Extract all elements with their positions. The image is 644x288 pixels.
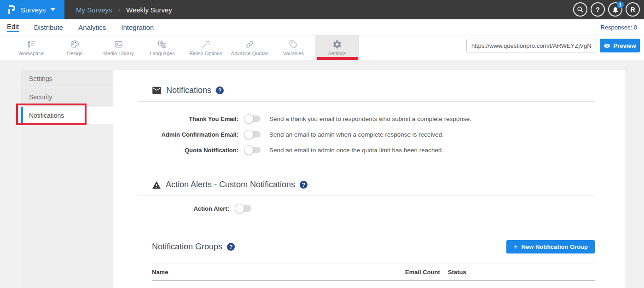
thank-you-email-toggle[interactable] (245, 115, 261, 122)
help-button[interactable]: ? (591, 2, 605, 17)
notification-count-badge: 1 (617, 1, 624, 8)
notification-groups-table: Name Email Count Status No data to displ… (152, 264, 595, 288)
tab-distribute[interactable]: Distribute (34, 23, 63, 31)
envelope-icon (152, 86, 162, 94)
toggle-label: Admin Confirmation Email: (138, 131, 238, 138)
notifications-section-header: Notifications ? (152, 86, 595, 95)
breadcrumb: My Surveys › Weekly Survey (76, 6, 172, 14)
section-divider (138, 101, 595, 102)
breadcrumb-current-survey: Weekly Survey (126, 6, 172, 14)
toggle-row-admin-confirmation-email: Admin Confirmation Email: Send an email … (138, 127, 595, 142)
workspace-icon (26, 40, 36, 49)
section-title: Action Alerts - Custom Notifications (166, 180, 295, 190)
toolbar-item-languages[interactable]: Languages (140, 35, 184, 60)
breadcrumb-separator: › (118, 6, 120, 13)
search-button[interactable] (573, 2, 587, 17)
settings-sidebar: Settings Security Notifications (21, 70, 113, 288)
tab-edit[interactable]: Edit (7, 23, 19, 32)
quota-notification-toggle[interactable] (245, 147, 261, 153)
toolbar-label: Languages (150, 51, 174, 56)
toolbar-label: Media Library (103, 51, 134, 56)
section-title: Notification Groups (152, 242, 222, 252)
toolbar-item-media-library[interactable]: Media Library (97, 35, 140, 60)
toggle-description: Send a thank you email to respondents wh… (269, 115, 471, 122)
tab-integration[interactable]: Integration (121, 23, 154, 31)
table-header-row: Name Email Count Status (152, 264, 595, 281)
notifications-button[interactable]: 1 (608, 2, 622, 17)
help-icon[interactable]: ? (216, 86, 224, 94)
section-title: Notifications (166, 86, 211, 95)
toolbar-item-design[interactable]: Design (53, 35, 97, 60)
chevron-down-icon (51, 8, 55, 11)
settings-content: Settings Security Notifications Notifica… (0, 60, 644, 288)
toolbar-label: Design (67, 51, 82, 56)
question-mark-icon: ? (596, 6, 600, 13)
help-icon[interactable]: ? (227, 243, 235, 251)
toolbar-item-variables[interactable]: Variables (272, 35, 315, 60)
header-actions: ? 1 R (573, 2, 640, 17)
toggle-label: Quota Notification: (138, 147, 238, 154)
preview-button[interactable]: Preview (600, 39, 640, 52)
annotation-highlight-settings-tab (317, 57, 358, 60)
link-icon (245, 40, 255, 49)
magic-wand-icon (201, 40, 211, 49)
toolbar-item-workspace[interactable]: Workspace (9, 35, 53, 60)
action-alerts-section-header: Action Alerts - Custom Notifications ? (152, 180, 595, 190)
section-divider (138, 196, 595, 196)
toolbar-label: Settings (328, 51, 347, 56)
eye-icon (603, 42, 610, 49)
translate-icon (157, 40, 167, 49)
notifications-panel: Notifications ? Thank You Email: Send a … (113, 70, 625, 288)
new-group-label: New Notification Group (522, 243, 588, 250)
notification-groups-header: Notification Groups ? New Notification G… (152, 240, 595, 253)
admin-confirmation-email-toggle[interactable] (245, 131, 261, 138)
help-icon[interactable]: ? (300, 181, 307, 189)
column-header-status: Status (448, 269, 595, 276)
responses-count: Responses: 0 (601, 24, 638, 31)
product-name: Surveys (21, 6, 46, 14)
preview-label: Preview (613, 42, 636, 49)
new-notification-group-button[interactable]: New Notification Group (506, 240, 595, 253)
top-header: Surveys My Surveys › Weekly Survey ? 1 R (0, 0, 644, 19)
tab-analytics[interactable]: Analytics (78, 23, 106, 31)
questionpro-logo-icon (6, 4, 17, 16)
toggle-label: Thank You Email: (138, 115, 238, 122)
toggle-row-thank-you-email: Thank You Email: Send a thank you email … (138, 111, 595, 127)
breadcrumb-my-surveys[interactable]: My Surveys (76, 6, 112, 14)
toggle-description: Send an email to admin when a complete r… (269, 131, 444, 138)
toggle-description: Send an email to admin once the quota li… (269, 147, 443, 154)
survey-url-input[interactable] (466, 39, 596, 52)
tag-icon (289, 40, 298, 49)
toolbar-label: Advance Quotas (231, 51, 268, 56)
gear-icon (332, 40, 342, 49)
toolbar-item-finish-options[interactable]: Finish Options (184, 35, 228, 60)
palette-icon (70, 40, 80, 49)
toolbar-label: Workspace (18, 51, 44, 56)
plus-icon (513, 244, 518, 249)
sidebar-item-notifications[interactable]: Notifications (21, 107, 113, 124)
avatar-initial: R (630, 6, 635, 13)
user-avatar[interactable]: R (626, 2, 640, 17)
notification-groups-title-row: Notification Groups ? (152, 242, 235, 252)
toggle-row-quota-notification: Quota Notification: Send an email to adm… (138, 142, 595, 158)
warning-triangle-icon (152, 181, 161, 189)
toolbar-item-settings[interactable]: Settings (315, 35, 359, 60)
search-icon (577, 6, 584, 13)
sidebar-item-settings[interactable]: Settings (21, 70, 113, 87)
column-header-email-count: Email Count (405, 269, 448, 276)
toolbar-item-advance-quotas[interactable]: Advance Quotas (228, 35, 272, 60)
toggle-row-action-alert: Action Alert: (138, 201, 595, 216)
product-switcher[interactable]: Surveys (0, 0, 64, 19)
sidebar-item-security[interactable]: Security (21, 88, 113, 106)
toolbar-label: Variables (283, 51, 304, 56)
table-empty-message: No data to display... (152, 281, 595, 288)
toolbar-label: Finish Options (190, 51, 222, 56)
action-alert-toggle[interactable] (236, 205, 251, 212)
toggle-label: Action Alert: (138, 205, 229, 212)
image-icon (114, 40, 123, 49)
survey-nav-tabs: Edit Distribute Analytics Integration Re… (0, 19, 644, 35)
column-header-name: Name (152, 269, 405, 276)
